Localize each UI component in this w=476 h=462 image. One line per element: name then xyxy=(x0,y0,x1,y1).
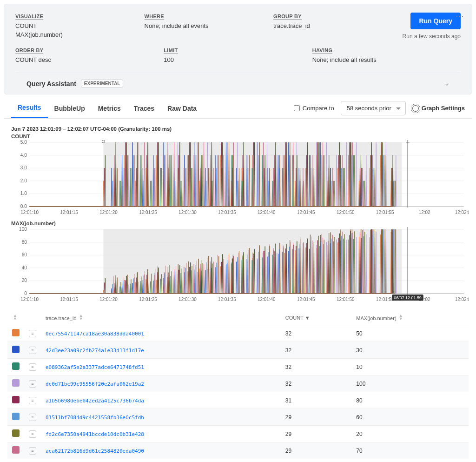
svg-text:⊥: ⊥ xyxy=(406,140,410,144)
color-swatch xyxy=(12,396,20,403)
chart-title-count: COUNT xyxy=(11,134,469,139)
query-builder-panel: ⋯ VISUALIZE COUNT MAX(job.number) WHERE … xyxy=(4,4,472,94)
svg-text:12:01:30: 12:01:30 xyxy=(178,297,197,302)
trace-icon[interactable]: ≡ xyxy=(29,447,36,455)
color-swatch xyxy=(12,346,20,353)
trace-id-link[interactable]: a1b5b698debe042ed2a4125c736b74da xyxy=(46,398,144,404)
svg-text:12:01:40: 12:01:40 xyxy=(258,210,276,215)
trace-icon[interactable]: ≡ xyxy=(29,414,36,421)
tab-bubbleup[interactable]: BubbleUp xyxy=(48,99,92,118)
svg-text:12:01:20: 12:01:20 xyxy=(99,210,118,215)
table-row[interactable]: ≡ aca62172b816d9d61c2584820eda0490 29 70 xyxy=(7,442,469,459)
trace-icon[interactable]: ≡ xyxy=(29,397,36,404)
max-cell: 10 xyxy=(351,359,469,375)
results-tabs: Results BubbleUp Metrics Traces Raw Data… xyxy=(4,98,472,119)
svg-text:12:01:50: 12:01:50 xyxy=(337,210,355,215)
trace-id-link[interactable]: 0ec755471147ca18ae30a838dda40001 xyxy=(46,331,144,337)
svg-text:12:01:35: 12:01:35 xyxy=(218,210,236,215)
svg-text:80: 80 xyxy=(22,240,27,245)
compare-to-checkbox[interactable]: Compare to xyxy=(294,105,334,112)
count-cell: 32 xyxy=(281,325,352,342)
table-row[interactable]: ≡ 0ec755471147ca18ae30a838dda40001 32 50 xyxy=(7,325,469,342)
limit-value[interactable]: 100 xyxy=(164,56,293,63)
svg-text:12:01:30: 12:01:30 xyxy=(178,210,197,215)
groupby-label: GROUP BY xyxy=(273,13,302,20)
max-cell: 50 xyxy=(351,325,469,342)
trace-icon[interactable]: ≡ xyxy=(29,380,36,388)
tab-metrics[interactable]: Metrics xyxy=(92,99,127,118)
trace-id-link[interactable]: dc0d71bc99c95556f20e2afa062e19a2 xyxy=(46,381,144,387)
orderby-label: ORDER BY xyxy=(15,47,43,54)
trace-id-link[interactable]: 01511bf7084d9c4421558fb36e0c5fdb xyxy=(46,415,144,421)
visualize-value-0[interactable]: COUNT xyxy=(15,22,126,29)
svg-text:12:01:45: 12:01:45 xyxy=(297,210,315,215)
trace-id-link[interactable]: fd2c6e7350a4941bccde10dc0b31e428 xyxy=(46,431,144,437)
table-row[interactable]: ≡ dc0d71bc99c95556f20e2afa062e19a2 32 10… xyxy=(7,375,469,392)
trace-id-link[interactable]: 42d3ee23a09c2fb274a1e33d13f1d17e xyxy=(46,348,144,354)
svg-text:12:02: 12:02 xyxy=(419,210,430,215)
table-row[interactable]: ≡ fd2c6e7350a4941bccde10dc0b31e428 29 20 xyxy=(7,426,469,442)
compare-checkbox-input[interactable] xyxy=(294,105,300,111)
svg-text:3.0: 3.0 xyxy=(20,165,27,170)
svg-text:100: 100 xyxy=(19,227,27,232)
svg-text:0: 0 xyxy=(24,291,27,296)
max-cell: 30 xyxy=(351,342,469,359)
color-swatch xyxy=(12,446,20,454)
color-swatch xyxy=(12,379,20,387)
max-chart[interactable]: 02040608010012:01:1012:01:1512:01:2012:0… xyxy=(7,227,469,304)
table-header[interactable]: trace.trace_id ▲▼ xyxy=(41,310,281,325)
query-assistant-bar[interactable]: Query Assistant EXPERIMENTAL ⌄ xyxy=(15,73,461,94)
having-value[interactable]: None; include all results xyxy=(312,56,442,63)
menu-icon[interactable]: ⋯ xyxy=(456,11,464,21)
tab-rawdata[interactable]: Raw Data xyxy=(161,99,203,118)
svg-text:4.0: 4.0 xyxy=(20,153,27,158)
svg-text:2.0: 2.0 xyxy=(20,178,27,183)
table-row[interactable]: ≡ e089362af5e2a3377adce6471748fd51 32 10 xyxy=(7,359,469,375)
svg-text:0.0: 0.0 xyxy=(20,204,27,209)
table-row[interactable]: ≡ 01511bf7084d9c4421558fb36e0c5fdb 29 60 xyxy=(7,409,469,426)
svg-text:12:01:45: 12:01:45 xyxy=(297,297,315,302)
count-cell: 29 xyxy=(281,459,352,462)
table-row[interactable]: ≡ 8e6f842f9c99c4fd85e92300a1ad42e5 29 90 xyxy=(7,459,469,462)
count-cell: 32 xyxy=(281,359,352,375)
visualize-value-1[interactable]: MAX(job.number) xyxy=(15,31,126,38)
count-cell: 31 xyxy=(281,392,352,409)
table-header[interactable] xyxy=(24,310,41,325)
run-query-button[interactable]: Run Query xyxy=(410,13,461,29)
count-chart[interactable]: 0.01.02.03.04.05.012:01:1012:01:1512:01:… xyxy=(7,140,469,217)
max-cell: 80 xyxy=(351,392,469,409)
tab-traces[interactable]: Traces xyxy=(127,99,161,118)
svg-text:12:01:10: 12:01:10 xyxy=(20,210,39,215)
orderby-value[interactable]: COUNT desc xyxy=(15,56,145,63)
chart-title-max: MAX(job.number) xyxy=(11,221,469,226)
run-subtitle: Run a few seconds ago xyxy=(403,33,461,40)
tab-results[interactable]: Results xyxy=(11,98,48,118)
count-cell: 32 xyxy=(281,375,352,392)
trace-id-link[interactable]: e089362af5e2a3377adce6471748fd51 xyxy=(46,364,144,370)
color-swatch xyxy=(12,413,20,420)
max-cell: 70 xyxy=(351,442,469,459)
trace-id-link[interactable]: aca62172b816d9d61c2584820eda0490 xyxy=(46,448,144,454)
where-value[interactable]: None; include all events xyxy=(145,22,255,29)
graph-settings-button[interactable]: Graph Settings xyxy=(412,105,465,112)
svg-text:12:01:40: 12:01:40 xyxy=(258,297,276,302)
trace-icon[interactable]: ≡ xyxy=(29,363,36,371)
table-row[interactable]: ≡ 42d3ee23a09c2fb274a1e33d13f1d17e 32 30 xyxy=(7,342,469,359)
chart-timerange: Jun 7 2023 12:01:09 – 12:02:07 UTC-04:00… xyxy=(11,126,469,132)
groupby-value[interactable]: trace.trace_id xyxy=(273,22,384,29)
trace-icon[interactable]: ≡ xyxy=(29,347,36,354)
trace-icon[interactable]: ≡ xyxy=(29,330,36,337)
compare-select[interactable]: 58 seconds prior xyxy=(341,101,406,115)
table-row[interactable]: ≡ a1b5b698debe042ed2a4125c736b74da 31 80 xyxy=(7,392,469,409)
trace-icon[interactable]: ≡ xyxy=(29,430,36,438)
chart-area: Jun 7 2023 12:01:09 – 12:02:07 UTC-04:00… xyxy=(0,119,476,304)
svg-point-27 xyxy=(102,140,105,143)
color-swatch xyxy=(12,362,20,370)
chevron-down-icon: ⌄ xyxy=(444,80,450,87)
table-header[interactable]: COUNT ▼ xyxy=(281,310,352,325)
table-header[interactable]: ▲▼ xyxy=(7,310,24,325)
experimental-badge: EXPERIMENTAL xyxy=(81,80,124,87)
svg-text:06/07 12:01:59: 06/07 12:01:59 xyxy=(394,295,422,300)
table-header[interactable]: MAX(job.number) ▲▼ xyxy=(351,310,469,325)
count-cell: 29 xyxy=(281,426,352,442)
